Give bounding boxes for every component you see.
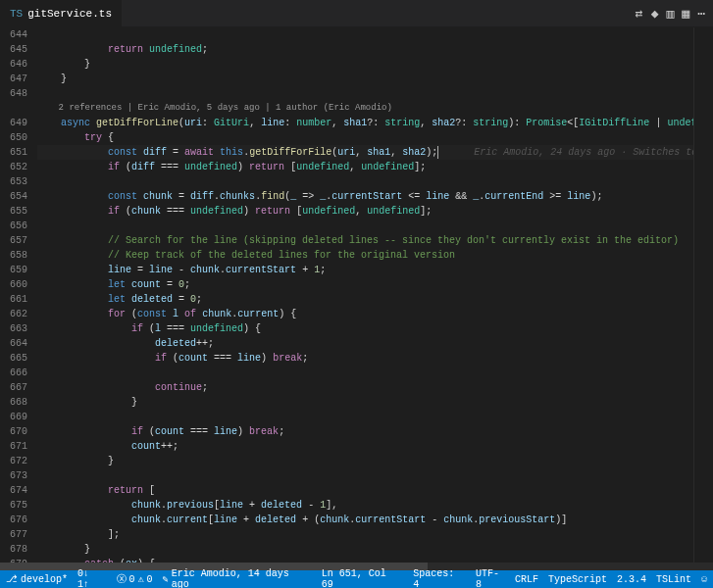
tab-bar: TS gitService.ts ⇄ ◆ ▥ ▦ ⋯ <box>0 0 713 27</box>
git-branch-status[interactable]: ⎇ develop* <box>6 573 68 585</box>
minimap[interactable] <box>693 27 713 563</box>
git-sync-status[interactable]: 0↓ 1↑ <box>77 568 107 588</box>
typescript-file-icon: TS <box>10 8 23 20</box>
status-bar: ⎇ develop* 0↓ 1↑ ⓧ 0 ⚠ 0 ✎ Eric Amodio, … <box>0 570 713 588</box>
main-editor[interactable]: 6446456466476486496506516526536546556566… <box>0 27 693 563</box>
ts-version-status[interactable]: 2.3.4 <box>617 574 646 585</box>
code-content[interactable]: return undefined; } } 2 references | Eri… <box>37 27 693 563</box>
editor-actions: ⇄ ◆ ▥ ▦ ⋯ <box>636 6 713 22</box>
split-editor-icon[interactable]: ▥ <box>667 6 675 22</box>
errors-status[interactable]: ⓧ 0 ⚠ 0 <box>117 572 153 586</box>
eol-status[interactable]: CRLF <box>515 574 538 585</box>
language-status[interactable]: TypeScript <box>548 574 607 585</box>
blame-status[interactable]: ✎ Eric Amodio, 14 days ago <box>163 568 312 588</box>
layout-icon[interactable]: ▦ <box>682 6 689 22</box>
tab-filename: gitService.ts <box>27 8 112 20</box>
editor-area: 6446456466476486496506516526536546556566… <box>0 27 713 563</box>
feedback-icon[interactable]: ☺ <box>701 574 707 585</box>
active-tab[interactable]: TS gitService.ts <box>0 0 122 27</box>
cursor-position[interactable]: Ln 651, Col 69 <box>322 568 404 588</box>
indentation-status[interactable]: Spaces: 4 <box>413 568 466 588</box>
open-changes-icon[interactable]: ◆ <box>651 6 659 22</box>
compare-changes-icon[interactable]: ⇄ <box>636 6 643 22</box>
more-actions-icon[interactable]: ⋯ <box>697 6 705 22</box>
encoding-status[interactable]: UTF-8 <box>476 568 505 588</box>
tslint-status[interactable]: TSLint <box>656 574 691 585</box>
line-number-gutter: 6446456466476486496506516526536546556566… <box>0 27 37 563</box>
